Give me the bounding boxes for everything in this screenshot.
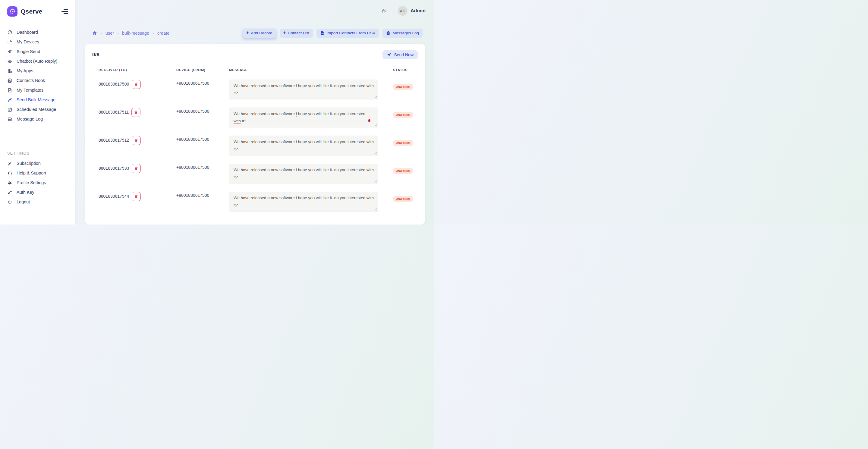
toolbar-row: - user - bulk-message - create + Add Rec… <box>92 29 423 38</box>
resize-grip[interactable] <box>375 152 377 155</box>
table-row: 8801830617511 +8801830617500 We have rel… <box>91 104 418 132</box>
delete-row-button[interactable] <box>131 108 141 117</box>
sidebar-item-send-bulk-message[interactable]: Send Bulk Message <box>0 95 75 104</box>
send-icon <box>387 53 392 57</box>
status-badge: WAITING <box>393 84 413 90</box>
settings-section-label: SETTINGS <box>0 145 75 157</box>
sidebar-item-contacts-book[interactable]: Contacts Book <box>0 76 75 85</box>
sidebar-item-profile-settings[interactable]: Profile Settings <box>0 178 75 187</box>
sidebar-nav: Dashboard My Devices Single Send Chatbot… <box>0 23 75 124</box>
col-device: DEVICE (FROM) <box>176 68 229 72</box>
table-header-row: RECEIVER (TO) DEVICE (FROM) MESSAGE STAT… <box>91 64 418 76</box>
bulk-message-card: 0/6 Send Now RECEIVER (TO) DEVICE (FROM)… <box>85 44 425 224</box>
progress-counter: 0/6 <box>92 52 99 58</box>
device-number: +8801830617500 <box>176 193 209 198</box>
user-name: Admin <box>410 8 426 13</box>
status-badge: WAITING <box>393 168 413 174</box>
template-file-icon <box>7 88 12 93</box>
messages-log-button[interactable]: Messages Log <box>382 29 423 38</box>
receiver-number: 8801830617512 <box>98 137 129 143</box>
apps-grid-icon <box>7 68 12 73</box>
copy-icon[interactable] <box>381 8 387 14</box>
trash-icon <box>134 82 138 87</box>
delete-row-button[interactable] <box>132 164 141 173</box>
sidebar-item-help-support[interactable]: Help & Support <box>0 168 75 178</box>
resize-grip[interactable] <box>375 124 377 127</box>
status-badge: WAITING <box>393 140 413 146</box>
trash-icon <box>134 194 138 199</box>
breadcrumb-bulk-message[interactable]: bulk-message <box>122 31 149 36</box>
action-buttons: + Add Record + Contact List CSV Import C… <box>243 29 423 38</box>
hamburger-menu-icon[interactable] <box>61 9 68 14</box>
delete-row-button[interactable] <box>132 80 141 89</box>
resize-grip[interactable] <box>375 180 377 183</box>
app-root: Qserve Dashboard My Devices Single Send … <box>0 0 434 224</box>
table-row: 8801830617500 +8801830617500 We have rel… <box>91 76 418 104</box>
plus-icon: + <box>246 30 249 35</box>
avatar[interactable]: AD <box>398 6 407 16</box>
resize-grip[interactable] <box>375 96 377 99</box>
receiver-number: 8801830617511 <box>98 109 129 116</box>
brand-name: Qserve <box>21 8 42 15</box>
paper-plane-icon <box>7 49 12 54</box>
sidebar-item-logout[interactable]: Logout <box>0 197 75 207</box>
home-icon[interactable] <box>92 30 97 36</box>
add-record-button[interactable]: + Add Record <box>243 29 276 38</box>
breadcrumb-user[interactable]: user <box>105 31 114 36</box>
trash-icon <box>134 110 138 115</box>
message-textarea[interactable]: We have released a new software i hope y… <box>229 136 378 156</box>
topbar: AD Admin <box>75 0 434 22</box>
delete-row-button[interactable] <box>132 192 141 201</box>
receiver-number: 8801830617533 <box>98 165 129 171</box>
message-textarea[interactable]: We have released a new software i hope y… <box>229 107 378 127</box>
status-badge: WAITING <box>393 196 413 202</box>
import-csv-button[interactable]: CSV Import Contacts From CSV <box>316 29 379 38</box>
clipboard-icon <box>386 31 391 35</box>
sidebar-item-chatbot[interactable]: Chatbot (Auto Reply) <box>0 56 75 66</box>
sidebar-item-message-log[interactable]: Message Log <box>0 114 75 124</box>
csv-file-icon: CSV <box>320 31 324 35</box>
main-area: AD Admin - user - bulk-message - create … <box>75 0 434 224</box>
delete-row-button[interactable] <box>132 136 141 145</box>
device-number: +8801830617500 <box>176 109 209 114</box>
message-log-icon <box>7 117 12 122</box>
sidebar-item-single-send[interactable]: Single Send <box>0 47 75 56</box>
table-row: 8801830617544 +8801830617500 We have rel… <box>91 188 418 216</box>
sidebar-item-subscription[interactable]: Subscription <box>0 159 75 168</box>
device-number: +8801830617500 <box>176 81 209 86</box>
plus-icon: + <box>283 30 286 35</box>
robot-icon <box>7 59 12 64</box>
dashboard-icon <box>7 30 12 35</box>
devices-icon <box>7 39 12 44</box>
status-badge: WAITING <box>393 112 413 118</box>
sidebar-item-scheduled-message[interactable]: Scheduled Message <box>0 104 75 114</box>
message-textarea[interactable]: We have released a new software i hope y… <box>229 192 378 212</box>
contact-list-button[interactable]: + Contact List <box>280 29 313 38</box>
col-message: MESSAGE <box>229 68 393 72</box>
col-receiver: RECEIVER (TO) <box>98 68 176 72</box>
breadcrumb-create[interactable]: create <box>157 31 169 36</box>
sidebar: Qserve Dashboard My Devices Single Send … <box>0 0 75 224</box>
send-now-button[interactable]: Send Now <box>382 50 418 59</box>
trash-icon <box>134 138 138 142</box>
trash-icon <box>134 166 138 170</box>
sidebar-item-my-devices[interactable]: My Devices <box>0 37 75 47</box>
message-textarea[interactable]: We have released a new software i hope y… <box>229 79 378 99</box>
table-row: 8801830617533 +8801830617500 We have rel… <box>91 160 418 188</box>
sidebar-item-dashboard[interactable]: Dashboard <box>0 27 75 37</box>
sidebar-item-my-templates[interactable]: My Templates <box>0 85 75 95</box>
sidebar-header: Qserve <box>0 0 75 23</box>
message-textarea[interactable]: We have released a new software i hope y… <box>229 164 378 184</box>
svg-text:CSV: CSV <box>321 33 324 34</box>
contacts-book-icon <box>7 78 12 83</box>
receiver-number: 8801830617500 <box>98 81 129 87</box>
sidebar-item-my-apps[interactable]: My Apps <box>0 66 75 76</box>
table-body: 8801830617500 +8801830617500 We have rel… <box>91 76 418 216</box>
resize-grip[interactable] <box>375 208 377 211</box>
receiver-number: 8801830617544 <box>98 193 129 199</box>
key-icon <box>7 190 12 195</box>
recipients-table: RECEIVER (TO) DEVICE (FROM) MESSAGE STAT… <box>91 64 418 216</box>
sidebar-item-auth-key[interactable]: Auth Key <box>0 187 75 197</box>
headset-icon <box>7 170 12 176</box>
device-number: +8801830617500 <box>176 165 209 170</box>
